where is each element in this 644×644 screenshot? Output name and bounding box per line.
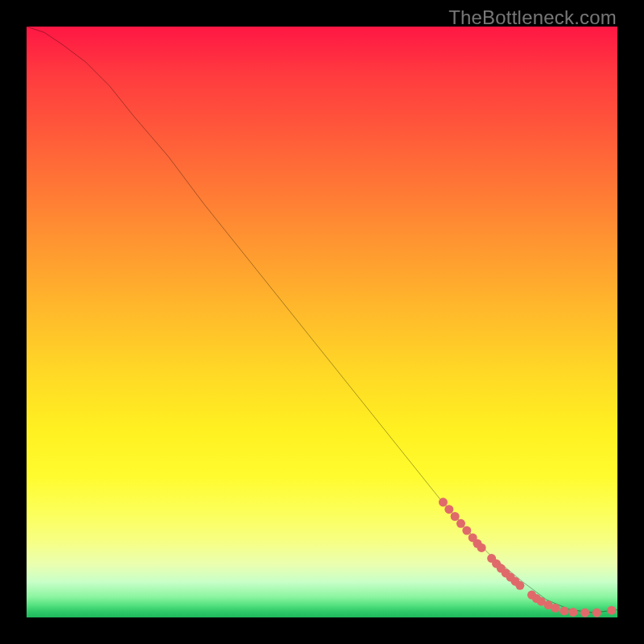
- chart-stage: TheBottleneck.com: [0, 0, 644, 644]
- sample-point: [551, 604, 559, 613]
- sample-point: [444, 505, 453, 514]
- sample-point: [462, 526, 471, 535]
- chart-svg: [27, 27, 617, 617]
- sample-point: [515, 581, 524, 590]
- sample-point: [592, 609, 601, 617]
- sample-point: [580, 609, 589, 617]
- plot-area: [27, 27, 617, 617]
- sample-point: [607, 606, 616, 615]
- sample-point: [451, 512, 460, 521]
- bottleneck-curve: [27, 27, 617, 613]
- sample-points: [439, 497, 616, 617]
- curve-line: [27, 27, 617, 613]
- sample-point: [456, 519, 465, 528]
- watermark-text: TheBottleneck.com: [448, 6, 617, 29]
- sample-point: [568, 608, 577, 617]
- sample-point: [477, 543, 486, 552]
- sample-point: [559, 606, 568, 615]
- sample-point: [439, 497, 448, 506]
